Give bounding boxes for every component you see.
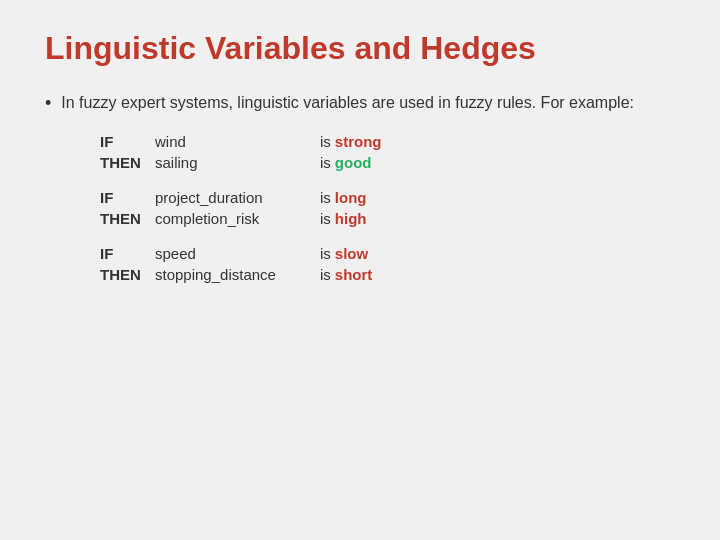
rule-row-then-1: THEN sailing is good xyxy=(100,154,675,171)
variable-sailing: sailing xyxy=(155,154,320,171)
value-good: good xyxy=(335,154,372,171)
is-6: is xyxy=(320,266,331,283)
rule-row-if-3: IF speed is slow xyxy=(100,245,675,262)
rule-group-1: IF wind is strong THEN sailing is good xyxy=(100,133,675,171)
variable-speed: speed xyxy=(155,245,320,262)
rule-group-2: IF project_duration is long THEN complet… xyxy=(100,189,675,227)
variable-project-duration: project_duration xyxy=(155,189,320,206)
bullet-text: In fuzzy expert systems, linguistic vari… xyxy=(61,91,634,115)
value-slow: slow xyxy=(335,245,368,262)
is-1: is xyxy=(320,133,331,150)
rules-container: IF wind is strong THEN sailing is good I… xyxy=(100,133,675,283)
keyword-then-2: THEN xyxy=(100,210,155,227)
value-long: long xyxy=(335,189,367,206)
bullet-dot: • xyxy=(45,93,51,114)
rule-row-then-3: THEN stopping_distance is short xyxy=(100,266,675,283)
keyword-if-3: IF xyxy=(100,245,155,262)
keyword-if-2: IF xyxy=(100,189,155,206)
value-short: short xyxy=(335,266,373,283)
rule-row-if-1: IF wind is strong xyxy=(100,133,675,150)
bullet-point: • In fuzzy expert systems, linguistic va… xyxy=(45,91,675,115)
rule-row-if-2: IF project_duration is long xyxy=(100,189,675,206)
rule-group-3: IF speed is slow THEN stopping_distance … xyxy=(100,245,675,283)
keyword-if-1: IF xyxy=(100,133,155,150)
is-3: is xyxy=(320,189,331,206)
value-strong: strong xyxy=(335,133,382,150)
variable-completion-risk: completion_risk xyxy=(155,210,320,227)
slide-title: Linguistic Variables and Hedges xyxy=(45,30,675,67)
keyword-then-1: THEN xyxy=(100,154,155,171)
keyword-then-3: THEN xyxy=(100,266,155,283)
is-4: is xyxy=(320,210,331,227)
rule-row-then-2: THEN completion_risk is high xyxy=(100,210,675,227)
slide: Linguistic Variables and Hedges • In fuz… xyxy=(0,0,720,540)
is-2: is xyxy=(320,154,331,171)
is-5: is xyxy=(320,245,331,262)
variable-wind: wind xyxy=(155,133,320,150)
value-high: high xyxy=(335,210,367,227)
variable-stopping-distance: stopping_distance xyxy=(155,266,320,283)
